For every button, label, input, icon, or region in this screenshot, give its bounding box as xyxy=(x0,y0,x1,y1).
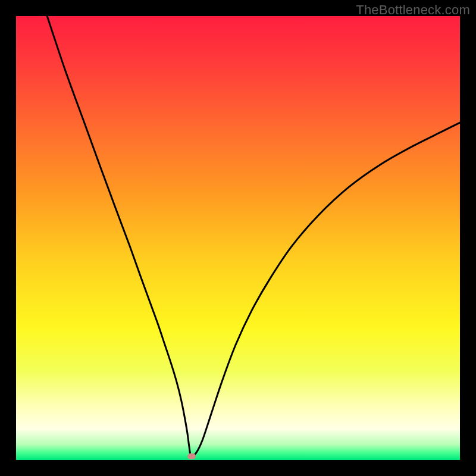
plot-svg xyxy=(16,16,460,460)
plot-area xyxy=(16,16,460,460)
gradient-background xyxy=(16,16,460,460)
optimum-marker xyxy=(187,453,196,459)
chart-frame: TheBottleneck.com xyxy=(0,0,476,476)
